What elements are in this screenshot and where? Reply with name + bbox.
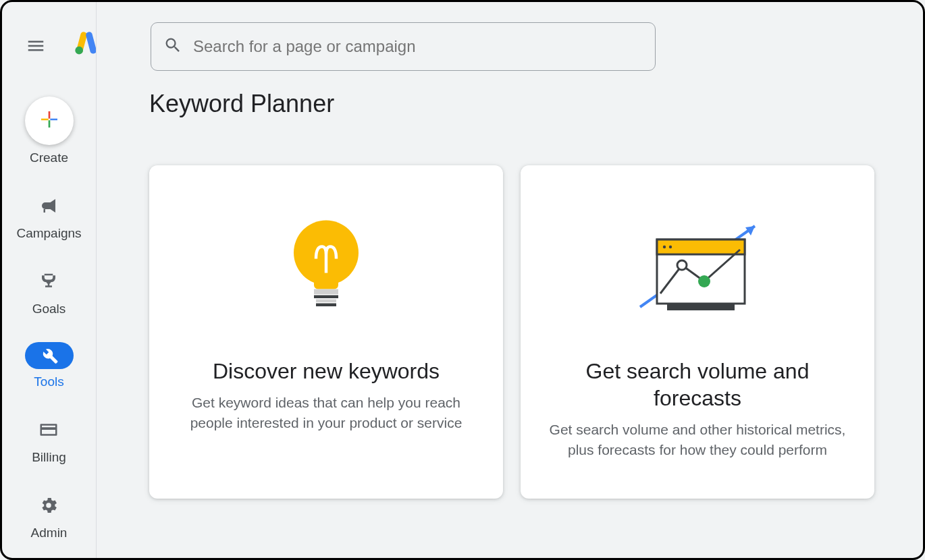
plus-icon [38,109,60,133]
megaphone-icon [34,191,63,221]
trophy-icon [34,267,63,296]
card-title: Discover new keywords [213,358,440,385]
svg-point-13 [698,275,710,287]
svg-point-11 [669,246,672,248]
sidebar-item-campaigns[interactable]: Campaigns [16,191,81,241]
gear-icon [34,491,63,520]
search-icon [163,36,182,57]
sidebar-item-create[interactable]: Create [25,96,74,165]
card-search-volume-forecasts[interactable]: Get search volume and forecasts Get sear… [521,165,874,499]
svg-rect-3 [314,296,338,299]
search-bar[interactable] [151,22,656,71]
svg-rect-5 [316,304,336,307]
nav-label-tools: Tools [34,374,63,389]
card-description: Get search volume and other historical m… [549,420,846,461]
svg-rect-4 [316,300,336,303]
nav-label-admin: Admin [31,526,68,540]
credit-card-icon [34,415,63,445]
sidebar: Create Campaigns Goals Tools [2,2,97,558]
nav-label-billing: Billing [32,450,66,465]
nav-label-campaigns: Campaigns [16,226,81,241]
card-description: Get keyword ideas that can help you reac… [178,393,475,434]
nav-label-goals: Goals [32,302,66,316]
sidebar-item-tools[interactable]: Tools [25,342,74,389]
page-title: Keyword Planner [149,90,896,118]
nav-label-create: Create [30,150,68,165]
create-button[interactable] [25,96,74,145]
sidebar-item-admin[interactable]: Admin [31,491,68,540]
sidebar-item-billing[interactable]: Billing [32,415,66,465]
chart-illustration [620,209,775,331]
svg-point-12 [677,260,687,270]
search-input[interactable] [193,37,643,56]
sidebar-item-goals[interactable]: Goals [32,267,66,316]
main-content: Keyword Planner Discover new keywords [97,2,923,558]
svg-rect-14 [667,304,735,310]
card-discover-keywords[interactable]: Discover new keywords Get keyword ideas … [149,165,503,499]
card-title: Get search volume and forecasts [548,358,847,412]
svg-point-10 [663,246,666,248]
cards-row: Discover new keywords Get keyword ideas … [149,165,896,499]
tools-icon [25,342,74,369]
svg-rect-2 [314,289,338,295]
lightbulb-illustration [286,209,367,331]
